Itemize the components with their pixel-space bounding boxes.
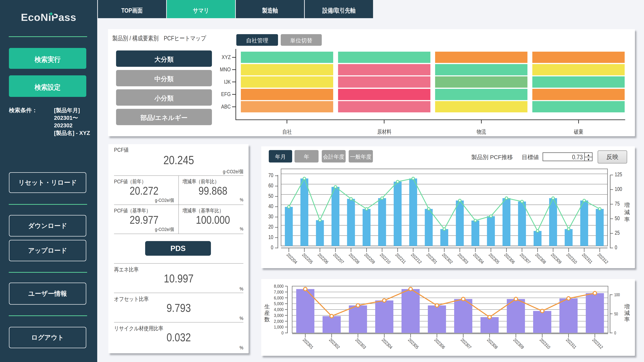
svg-text:202306: 202306 <box>503 252 516 264</box>
svg-text:202211: 202211 <box>394 252 407 264</box>
svg-text:60: 60 <box>268 182 273 188</box>
svg-text:率: 率 <box>624 216 630 222</box>
svg-text:増: 増 <box>624 202 630 208</box>
svg-text:減: 減 <box>624 310 630 316</box>
svg-text:8,000: 8,000 <box>274 284 284 288</box>
svg-text:202303: 202303 <box>457 252 469 264</box>
svg-text:0: 0 <box>271 244 273 250</box>
svg-text:30: 30 <box>268 213 273 219</box>
svg-text:70: 70 <box>268 172 273 178</box>
svg-text:202208: 202208 <box>348 252 360 264</box>
svg-text:202307: 202307 <box>460 337 472 350</box>
svg-text:202205: 202205 <box>301 252 314 264</box>
svg-text:50: 50 <box>614 312 618 316</box>
svg-text:2,000: 2,000 <box>274 319 284 324</box>
svg-text:5,000: 5,000 <box>274 301 284 306</box>
svg-text:40: 40 <box>268 203 273 209</box>
svg-text:4,000: 4,000 <box>274 307 284 312</box>
svg-text:率: 率 <box>624 316 630 322</box>
svg-text:202308: 202308 <box>534 252 547 264</box>
svg-text:100: 100 <box>614 292 620 297</box>
svg-text:202302: 202302 <box>328 337 341 350</box>
svg-text:0: 0 <box>282 330 284 335</box>
svg-text:202303: 202303 <box>354 337 367 350</box>
svg-text:202311: 202311 <box>581 252 594 264</box>
svg-text:202309: 202309 <box>550 252 562 264</box>
svg-text:202311: 202311 <box>565 337 578 350</box>
svg-text:0: 0 <box>615 244 617 250</box>
svg-text:202307: 202307 <box>519 252 532 264</box>
svg-text:生: 生 <box>264 304 270 310</box>
svg-text:10: 10 <box>268 234 273 240</box>
svg-text:産: 産 <box>264 310 270 316</box>
svg-text:増: 増 <box>624 304 630 310</box>
svg-text:202302: 202302 <box>441 252 454 264</box>
svg-text:3,000: 3,000 <box>274 313 284 318</box>
svg-text:75: 75 <box>615 200 620 206</box>
svg-text:202305: 202305 <box>407 337 420 350</box>
svg-text:202212: 202212 <box>410 252 423 264</box>
svg-text:202308: 202308 <box>486 337 499 350</box>
svg-text:202306: 202306 <box>434 337 446 350</box>
svg-text:20: 20 <box>268 224 273 230</box>
svg-text:202304: 202304 <box>381 337 394 350</box>
svg-text:202310: 202310 <box>566 252 578 264</box>
svg-text:7,000: 7,000 <box>274 290 284 294</box>
svg-text:202209: 202209 <box>364 252 376 264</box>
svg-text:1,000: 1,000 <box>274 325 284 329</box>
svg-text:125: 125 <box>615 171 622 177</box>
svg-text:50: 50 <box>268 193 273 199</box>
svg-text:202301: 202301 <box>302 337 314 350</box>
svg-text:0: 0 <box>614 331 616 336</box>
svg-text:202304: 202304 <box>472 252 485 265</box>
svg-text:202206: 202206 <box>317 252 329 264</box>
svg-text:減: 減 <box>624 209 630 215</box>
svg-text:202301: 202301 <box>426 252 438 264</box>
svg-text:202309: 202309 <box>512 337 525 350</box>
svg-text:25: 25 <box>615 230 620 236</box>
svg-text:202312: 202312 <box>591 337 604 350</box>
svg-text:202210: 202210 <box>379 252 392 264</box>
svg-text:202207: 202207 <box>332 252 345 264</box>
svg-text:50: 50 <box>615 215 620 221</box>
svg-text:100: 100 <box>615 186 622 192</box>
svg-text:6,000: 6,000 <box>274 296 284 300</box>
svg-text:数: 数 <box>264 316 270 322</box>
svg-text:202310: 202310 <box>539 337 551 350</box>
svg-text:202312: 202312 <box>596 252 609 264</box>
svg-text:202204: 202204 <box>286 252 298 265</box>
svg-text:202305: 202305 <box>488 252 500 264</box>
